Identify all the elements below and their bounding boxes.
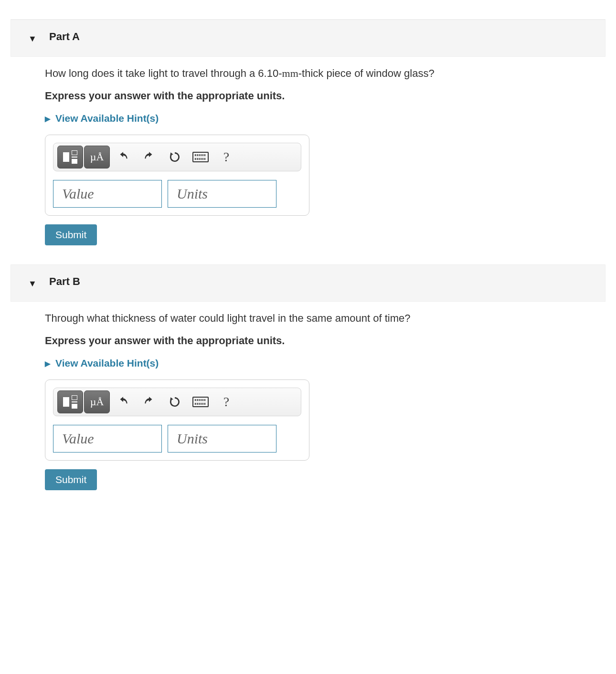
reset-icon	[169, 151, 181, 163]
units-input[interactable]: Units	[168, 425, 276, 453]
question-mark-icon: ?	[223, 149, 229, 165]
undo-icon	[117, 151, 129, 163]
part-b-header[interactable]: ▼ Part B	[11, 264, 605, 302]
part-a-body: How long does it take light to travel th…	[11, 66, 605, 245]
caret-down-icon: ▼	[28, 34, 37, 43]
keyboard-icon	[192, 397, 209, 407]
undo-button[interactable]	[111, 146, 136, 168]
view-hints-link[interactable]: ▶View Available Hint(s)	[45, 113, 605, 124]
part-a-instruction: Express your answer with the appropriate…	[45, 90, 605, 102]
answer-box: µÅ ? Value Units	[45, 379, 309, 461]
answer-box: µÅ ? Value Units	[45, 135, 309, 216]
keyboard-button[interactable]	[188, 391, 213, 413]
part-a-question: How long does it take light to travel th…	[45, 66, 605, 81]
help-button[interactable]: ?	[214, 391, 239, 413]
fraction-templates-button[interactable]	[57, 390, 83, 413]
redo-button[interactable]	[137, 146, 161, 168]
value-input[interactable]: Value	[53, 425, 162, 453]
fraction-icon	[63, 150, 77, 164]
redo-button[interactable]	[137, 391, 161, 413]
redo-icon	[143, 396, 155, 408]
view-hints-link[interactable]: ▶View Available Hint(s)	[45, 358, 605, 369]
part-b-title: Part B	[49, 275, 80, 287]
caret-down-icon: ▼	[28, 279, 37, 288]
part-b-instruction: Express your answer with the appropriate…	[45, 335, 605, 347]
keyboard-button[interactable]	[188, 146, 213, 168]
submit-button[interactable]: Submit	[45, 224, 97, 245]
part-a-title: Part A	[49, 31, 80, 42]
mu-angstrom-icon: µÅ	[90, 396, 104, 408]
part-a-header[interactable]: ▼ Part A	[11, 20, 605, 57]
reset-icon	[169, 396, 181, 408]
equation-toolbar: µÅ ?	[53, 143, 301, 171]
mu-angstrom-icon: µÅ	[90, 151, 104, 163]
undo-button[interactable]	[111, 391, 136, 413]
part-b-body: Through what thickness of water could li…	[11, 311, 605, 490]
value-input[interactable]: Value	[53, 180, 162, 208]
caret-right-icon: ▶	[45, 359, 51, 368]
redo-icon	[143, 151, 155, 163]
special-characters-button[interactable]: µÅ	[84, 146, 110, 168]
part-b-question: Through what thickness of water could li…	[45, 311, 605, 326]
question-mark-icon: ?	[223, 394, 229, 410]
reset-button[interactable]	[162, 146, 187, 168]
undo-icon	[117, 396, 129, 408]
equation-toolbar: µÅ ?	[53, 388, 301, 416]
hints-label: View Available Hint(s)	[55, 358, 159, 369]
hints-label: View Available Hint(s)	[55, 113, 159, 124]
keyboard-icon	[192, 152, 209, 162]
q-text: Through what thickness of water could li…	[45, 312, 411, 324]
help-button[interactable]: ?	[214, 146, 239, 168]
q-unit: mm	[282, 67, 298, 79]
fraction-templates-button[interactable]	[57, 146, 83, 168]
special-characters-button[interactable]: µÅ	[84, 390, 110, 413]
units-input[interactable]: Units	[168, 180, 276, 208]
q-text: How long does it take light to travel th…	[45, 67, 282, 79]
caret-right-icon: ▶	[45, 115, 51, 123]
fraction-icon	[63, 395, 77, 409]
reset-button[interactable]	[162, 391, 187, 413]
submit-button[interactable]: Submit	[45, 469, 97, 490]
q-text-post: -thick piece of window glass?	[298, 67, 435, 79]
